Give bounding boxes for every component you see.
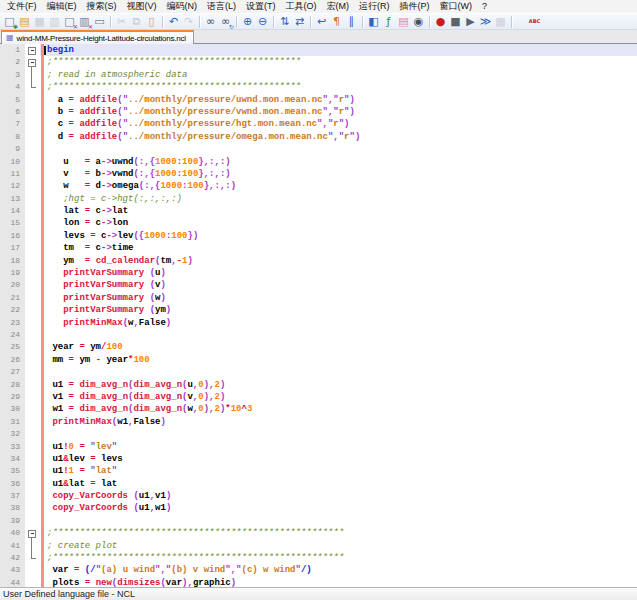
line-number: 17 — [0, 242, 25, 254]
code-line: 3; read in atmospheric data — [0, 69, 637, 81]
close-all-icon[interactable]: ▥✕ — [77, 14, 92, 29]
code-line-text[interactable]: printVarSummary (w) — [40, 292, 637, 304]
fold-marker[interactable] — [25, 527, 40, 539]
code-line-text[interactable]: lat = c->lat — [40, 205, 637, 217]
code-line-text[interactable]: tm = c->time — [40, 242, 637, 254]
tab-active-file[interactable]: ▦ wind-MM-Pressure-Height-Latitude-circu… — [1, 30, 194, 44]
undo-icon[interactable]: ↶ — [166, 14, 181, 29]
menu-item-edit[interactable]: 编辑(E) — [42, 0, 82, 13]
fold-marker[interactable] — [25, 56, 40, 68]
close-icon[interactable]: □✕ — [62, 14, 77, 29]
word-wrap-icon[interactable]: ↩ — [314, 14, 329, 29]
code-line-text[interactable] — [40, 428, 637, 440]
code-line-text[interactable]: copy_VarCoords (u1,w1) — [40, 502, 637, 514]
code-line-text[interactable]: w = d->omega(:,{1000:100},:,:) — [40, 180, 637, 192]
menu-item-search[interactable]: 搜索(S) — [82, 0, 122, 13]
code-line-text[interactable]: begin — [40, 44, 637, 56]
code-line-text[interactable]: a = addfile("../monthly/pressure/uwnd.mo… — [40, 94, 637, 106]
fold-marker — [25, 354, 40, 366]
code-editor[interactable]: 1begin2;********************************… — [0, 44, 637, 587]
code-line-text[interactable]: ; read in atmospheric data — [40, 69, 637, 81]
macro-run-multiple-icon[interactable]: ≫ — [478, 14, 493, 29]
zoom-in-icon[interactable]: ⊕ — [240, 14, 255, 29]
code-line-text[interactable]: copy_VarCoords (u1,v1) — [40, 490, 637, 502]
menu-item-window[interactable]: 窗口(W) — [435, 0, 478, 13]
code-line-text[interactable]: year = ym/100 — [40, 341, 637, 353]
code-line-text[interactable] — [40, 515, 637, 527]
code-line-text[interactable]: printVarSummary (ym) — [40, 304, 637, 316]
code-line-text[interactable]: printVarSummary (v) — [40, 279, 637, 291]
code-line-text[interactable]: u = a->uwnd(:,{1000:100},:,:) — [40, 156, 637, 168]
code-line-text[interactable]: ;hgt = c->hgt(:,:,:,:) — [40, 193, 637, 205]
fold-marker[interactable] — [25, 44, 40, 56]
code-line-text[interactable] — [40, 366, 637, 378]
macro-play-icon[interactable]: ▶ — [463, 14, 478, 29]
code-line-text[interactable]: ; create plot — [40, 540, 637, 552]
code-line-text[interactable]: u1 = dim_avg_n(dim_avg_n(u,0),2) — [40, 379, 637, 391]
code-line-text[interactable]: d = addfile("../monthly/pressure/omega.m… — [40, 131, 637, 143]
code-line-text[interactable]: ym = cd_calendar(tm,-1) — [40, 255, 637, 267]
print-icon[interactable]: ▭ — [92, 14, 107, 29]
code-line-text[interactable]: ;***************************************… — [40, 81, 637, 93]
zoom-out-icon[interactable]: ⊖ — [255, 14, 270, 29]
open-folder-icon[interactable]: ▤ — [17, 14, 32, 29]
menu-item-settings[interactable]: 设置(T) — [241, 0, 281, 13]
code-line-text[interactable]: u1&lev = levs — [40, 453, 637, 465]
code-line-text[interactable]: w1 = dim_avg_n(dim_avg_n(w,0),2)*10^3 — [40, 403, 637, 415]
code-line-text[interactable]: printMinMax(w1,False) — [40, 416, 637, 428]
menu-item-help[interactable]: ? — [477, 0, 492, 13]
find-icon[interactable]: ∞ — [203, 14, 218, 29]
document-map-icon[interactable]: ◧ — [366, 14, 381, 29]
menu-item-view[interactable]: 视图(V) — [122, 0, 162, 13]
code-line-text[interactable]: u1!1 = "lat" — [40, 465, 637, 477]
code-line-text[interactable]: printMinMax(w,False) — [40, 317, 637, 329]
function-list-icon[interactable]: ƒ — [381, 14, 396, 29]
line-number: 1 — [0, 44, 25, 56]
menu-item-file[interactable]: 文件(F) — [2, 0, 42, 13]
code-line: 37 copy_VarCoords (u1,v1) — [0, 490, 637, 502]
code-line-text[interactable]: printVarSummary (u) — [40, 267, 637, 279]
code-line-text[interactable]: levs = c->lev({1000:100}) — [40, 230, 637, 242]
code-line-text[interactable]: var = (/"(a) u wind","(b) v wind","(c) w… — [40, 564, 637, 576]
code-line-text[interactable]: v1 = dim_avg_n(dim_avg_n(v,0),2) — [40, 391, 637, 403]
menu-item-tools[interactable]: 工具(O) — [281, 0, 322, 13]
code-line-text[interactable]: lon = c->lon — [40, 217, 637, 229]
code-line-text[interactable]: ;***************************************… — [40, 56, 637, 68]
monitoring-icon[interactable]: ◉ — [411, 14, 426, 29]
spell-check-icon[interactable]: ABC — [527, 14, 542, 29]
new-file-icon[interactable]: □✱ — [2, 14, 17, 29]
code-line-text[interactable] — [40, 143, 637, 155]
folder-as-workspace-icon[interactable]: ▤ — [396, 14, 411, 29]
code-line-text[interactable] — [40, 329, 637, 341]
code-line-text[interactable]: b = addfile("../monthly/pressure/vwnd.mo… — [40, 106, 637, 118]
code-line: 15 lon = c->lon — [0, 217, 637, 229]
menu-item-run[interactable]: 运行(R) — [354, 0, 395, 13]
show-all-characters-icon[interactable]: ¶ — [329, 14, 344, 29]
menu-item-macro[interactable]: 宏(M) — [322, 0, 355, 13]
cut-icon: ✂ — [114, 14, 129, 29]
code-line-text[interactable]: u1!0 = "lev" — [40, 441, 637, 453]
code-line-text[interactable]: ;***************************************… — [40, 552, 637, 564]
macro-record-icon[interactable]: ● — [433, 14, 448, 29]
menu-item-language[interactable]: 语言(L) — [202, 0, 241, 13]
line-number: 37 — [0, 490, 25, 502]
notepad-plus-plus-window: 文件(F)编辑(E)搜索(S)视图(V)编码(N)语言(L)设置(T)工具(O)… — [0, 0, 637, 600]
paste-icon[interactable]: ▯ — [144, 14, 159, 29]
code-line-text[interactable]: mm = ym - year*100 — [40, 354, 637, 366]
sync-vertical-scroll-icon[interactable]: ⇅ — [277, 14, 292, 29]
fold-marker — [25, 205, 40, 217]
code-line-text[interactable]: c = addfile("../monthly/pressure/hgt.mon… — [40, 118, 637, 130]
line-number: 3 — [0, 69, 25, 81]
code-line-text[interactable]: v = b->vwnd(:,{1000:100},:,:) — [40, 168, 637, 180]
menu-item-encoding[interactable]: 编码(N) — [162, 0, 203, 13]
line-number: 29 — [0, 391, 25, 403]
fold-marker — [25, 242, 40, 254]
code-line-text[interactable]: u1&lat = lat — [40, 478, 637, 490]
code-line-text[interactable]: ;***************************************… — [40, 527, 637, 539]
sync-horizontal-scroll-icon[interactable]: ⇄ — [292, 14, 307, 29]
find-replace-icon[interactable]: ∞↻ — [218, 14, 233, 29]
menu-item-plugins[interactable]: 插件(P) — [395, 0, 435, 13]
macro-stop-icon[interactable]: ■ — [448, 14, 463, 29]
code-line-text[interactable]: plots = new(dimsizes(var),graphic) — [40, 577, 637, 587]
indent-guide-icon[interactable]: ∥ — [344, 14, 359, 29]
